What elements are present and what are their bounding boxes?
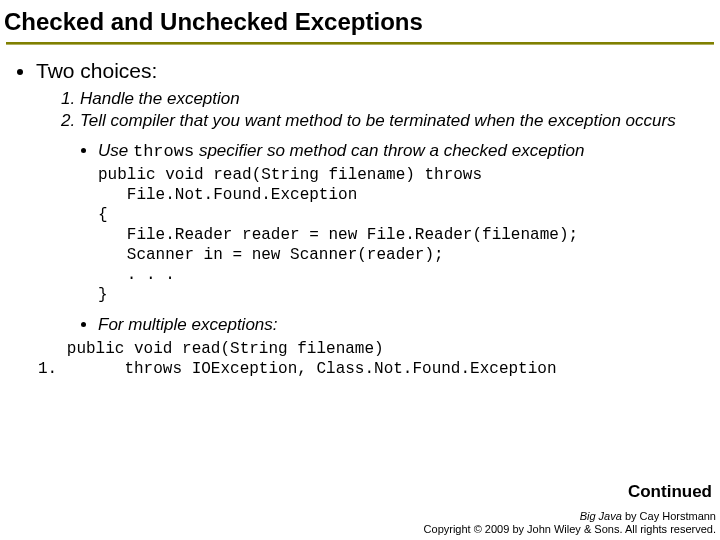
code-block-1: public void read(String filename) throws… [98,165,706,305]
footer-by: by Cay Horstmann [622,510,716,522]
footer-line1: Big Java by Cay Horstmann [424,510,716,523]
numbered-list: Handle the exception Tell compiler that … [62,89,706,131]
sub-use-throws: Use throws specifier so method can throw… [98,141,706,305]
footer: Big Java by Cay Horstmann Copyright © 20… [424,510,716,536]
footer-book: Big Java [580,510,622,522]
code-block-2: public void read(String filename) 1. thr… [38,339,706,379]
bullet-two-choices: Two choices: Handle the exception Tell c… [36,59,706,379]
sub-multiple-exceptions: For multiple exceptions: public void rea… [98,315,706,379]
footer-copyright: Copyright © 2009 by John Wiley & Sons. A… [424,523,716,536]
choice-handle: Handle the exception [80,89,706,109]
bullet-list-level3: Use throws specifier so method can throw… [80,141,706,379]
title-inner-rule [6,44,714,45]
slide-content: Two choices: Handle the exception Tell c… [0,59,720,379]
choice-tell-compiler: Tell compiler that you want method to be… [80,111,706,131]
sub-text: For multiple exceptions: [98,315,278,334]
text-post: specifier so method can throw a checked … [194,141,584,160]
code-throws: throws [133,142,194,161]
slide-title: Checked and Unchecked Exceptions [0,0,720,38]
bullet-text: Two choices: [36,59,157,82]
continued-label: Continued [628,482,712,502]
text-pre: Use [98,141,133,160]
bullet-list-level1: Two choices: Handle the exception Tell c… [22,59,706,379]
